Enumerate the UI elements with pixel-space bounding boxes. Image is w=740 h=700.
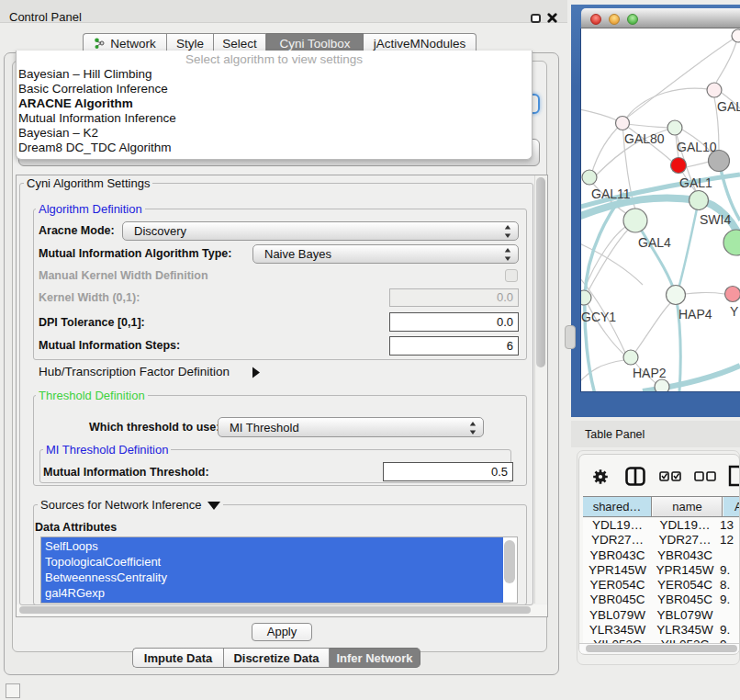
svg-text:GAL1: GAL1 — [679, 175, 712, 190]
svg-text:HAP4: HAP4 — [678, 307, 712, 322]
svg-text:GAL11: GAL11 — [591, 186, 631, 201]
svg-text:GAL80: GAL80 — [624, 131, 665, 146]
svg-text:GAL: GAL — [717, 99, 740, 114]
svg-text:GAL4: GAL4 — [638, 235, 671, 250]
svg-text:Y: Y — [730, 304, 739, 319]
svg-text:GCY1: GCY1 — [581, 310, 616, 324]
svg-text:SWI4: SWI4 — [700, 212, 731, 227]
svg-text:HAP2: HAP2 — [633, 366, 667, 380]
svg-text:GAL10: GAL10 — [677, 140, 717, 154]
